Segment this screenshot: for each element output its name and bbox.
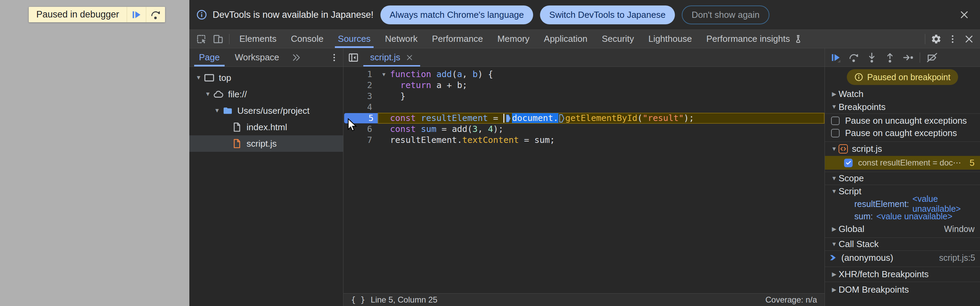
token: = add( [436,124,472,134]
chevrons-icon [291,53,301,62]
token: sum [421,124,436,134]
token: function [390,69,431,79]
chevron-down-icon[interactable]: ▼ [213,107,221,114]
line-number-1[interactable]: 1 [344,69,378,80]
code-line-2: 2 return a + b; [344,80,824,91]
overlay-step-over-button[interactable] [146,7,165,22]
chevron-down-icon[interactable]: ▼ [204,91,212,98]
section-scope[interactable]: ▼ Scope [825,172,980,185]
tab-sources[interactable]: Sources [331,30,378,48]
code-line-body: return a + b; [378,80,824,91]
editor-tab-scriptjs[interactable]: script.js [363,48,420,67]
switch-devtools-japanese-button[interactable]: Switch DevTools to Japanese [540,5,675,24]
tab-label: Security [602,33,634,44]
tab-application[interactable]: Application [536,30,595,48]
kebab-icon [947,34,958,44]
tree-item-label: index.html [247,122,287,132]
always-match-language-button[interactable]: Always match Chrome's language [380,5,533,24]
notification-close-button[interactable] [957,7,972,22]
step-into-icon [866,52,878,64]
code-text: return a + b; [390,80,468,91]
checkbox-unchecked[interactable] [831,129,840,137]
deactivate-breakpoints-button[interactable] [923,48,941,67]
close-icon [959,10,969,20]
tab-elements[interactable]: Elements [232,30,283,48]
settings-button[interactable] [928,30,944,48]
tab-console[interactable]: Console [283,30,331,48]
dont-show-again-button[interactable]: Don't show again [682,5,770,24]
tab-workspace[interactable]: Workspace [232,48,282,67]
overlay-resume-button[interactable] [127,7,146,22]
inspect-element-button[interactable] [194,30,210,48]
tree-item-label: Users/user/project [237,105,310,116]
line-number-7[interactable]: 7 [344,135,378,146]
devtools-close-button[interactable] [961,30,977,48]
section-watch[interactable]: ▶ Watch [825,88,980,100]
step-button[interactable] [899,48,917,67]
scope-variables: resultElement:<value unavailable>sum:<va… [825,198,980,222]
fold-arrow-icon[interactable]: ▼ [378,71,390,77]
token: "result" [643,113,684,123]
pause-caught-row[interactable]: Pause on caught exceptions [825,126,980,139]
tab-performance[interactable]: Performance [425,30,490,48]
section-breakpoints[interactable]: ▼ Breakpoints [825,100,980,113]
section-callstack[interactable]: ▼ Call Stack [825,237,980,250]
close-icon[interactable] [406,54,413,61]
tab-performance-insights[interactable]: Performance insights [699,30,810,48]
section-xhr-breakpoints[interactable]: ▶ XHR/fetch Breakpoints [825,266,980,282]
tab-label: Elements [239,33,276,44]
step-out-button[interactable] [881,48,899,67]
more-tabs-button[interactable] [291,48,301,67]
line-number-5[interactable]: 5 [344,113,378,124]
callstack-frames: (anonymous)script.js:5 [825,250,980,265]
tree-item-script-js[interactable]: script.js [189,135,343,152]
tab-page[interactable]: Page [196,48,223,67]
paused-on-breakpoint-badge: Paused on breakpoint [847,69,958,85]
resume-button[interactable] [826,48,845,67]
chevron-down-icon[interactable]: ▼ [194,74,203,81]
line-number-3[interactable]: 3 [344,91,378,102]
pause-uncaught-label: Pause on uncaught exceptions [845,115,967,126]
token: document. [512,113,558,123]
checkbox-unchecked[interactable] [831,116,840,125]
callstack-frame[interactable]: (anonymous)script.js:5 [825,251,980,265]
breakpoint-item[interactable]: const resultElement = doc⋯5 [825,156,980,170]
step-into-button[interactable] [862,48,881,67]
breakpoint-file-group[interactable]: ▼ script.js [825,142,980,156]
token: 3 [473,124,478,134]
tab-memory[interactable]: Memory [490,30,536,48]
pretty-print-icon[interactable]: { } [351,295,365,304]
code-line-body: const resultElement = document.getElemen… [378,113,824,124]
line-number-2[interactable]: 2 [344,80,378,91]
tree-item-index-html[interactable]: index.html [189,119,343,135]
code-line-body [378,102,824,113]
toggle-navigator-button[interactable] [344,48,363,67]
breakpoint-checkbox[interactable] [844,159,853,167]
scope-global-section[interactable]: ▶ Global Window [825,222,980,236]
line-number-4[interactable]: 4 [344,102,378,113]
cursor-position: Line 5, Column 25 [371,295,438,304]
code-editor[interactable]: 1▼function add(a, b) {2 return a + b;3 }… [344,67,824,293]
token: 4 [488,124,493,134]
tree-item-file-[interactable]: ▼file:// [189,86,343,102]
pause-uncaught-row[interactable]: Pause on uncaught exceptions [825,113,980,126]
section-dom-breakpoints[interactable]: ▶ DOM Breakpoints [825,282,980,297]
token: resultElement. [390,135,462,145]
tab-security[interactable]: Security [595,30,641,48]
position-marker-outline-icon[interactable] [559,114,565,123]
tab-network[interactable]: Network [378,30,425,48]
tree-item-users-user-project[interactable]: ▼Users/user/project [189,102,343,119]
device-toolbar-button[interactable] [210,30,226,48]
position-marker-filled-icon[interactable] [506,114,511,123]
step-over-button[interactable] [845,48,862,67]
devtools-menu-button[interactable] [944,30,961,48]
token: getElementById [565,113,638,123]
tree-item-top[interactable]: ▼top [189,70,343,86]
navigator-menu-button[interactable] [325,48,343,67]
watch-label: Watch [838,89,864,99]
tab-lighthouse[interactable]: Lighthouse [641,30,699,48]
cloud-icon [212,88,224,100]
divider [925,34,925,44]
token: a [457,69,462,79]
tab-label: Console [291,33,323,44]
